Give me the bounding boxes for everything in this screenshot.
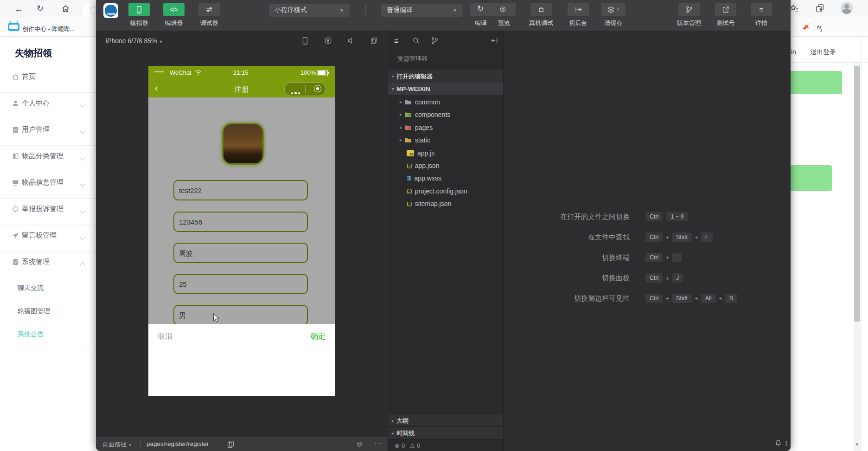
- sidebar-item-report-mgmt[interactable]: 举报投诉管理: [0, 199, 96, 225]
- to-background-button[interactable]: [568, 3, 589, 16]
- sidebar-subitem-chat[interactable]: 聊天交流: [18, 284, 44, 292]
- editor-toggle-button[interactable]: </>: [163, 3, 185, 16]
- compile-mode-select[interactable]: 普通编译 ▼: [381, 4, 463, 17]
- notebook-icon: [12, 152, 19, 160]
- git-icon[interactable]: [431, 37, 438, 45]
- tree-item-app-js[interactable]: JS app.js: [388, 147, 504, 159]
- page-scrollbar-thumb[interactable]: [854, 66, 860, 322]
- plus-separator: +: [665, 275, 669, 282]
- wifi-icon: [195, 70, 202, 75]
- key-cap: Alt: [701, 294, 716, 303]
- sidebar-item-message-board[interactable]: 留言板管理: [0, 225, 96, 251]
- bird-bookmark-icon[interactable]: [801, 22, 810, 31]
- notifications-button[interactable]: 1: [775, 439, 788, 447]
- timeline-section[interactable]: ▸ 时间线: [388, 426, 504, 439]
- details-label[interactable]: 详情: [749, 19, 773, 27]
- triangle-right-icon: ▸: [400, 125, 404, 130]
- files-list-icon[interactable]: ≡: [394, 37, 398, 45]
- scrollbar-down-arrow-icon[interactable]: ▼: [855, 442, 859, 447]
- bookmark-bilibili[interactable]: 创作中心 - 哔哩哔...: [22, 25, 75, 33]
- remote-debug-button[interactable]: [530, 3, 552, 16]
- page-path-value: pages/register/register: [147, 440, 209, 447]
- search-icon[interactable]: [412, 37, 420, 45]
- bookmark-bird[interactable]: 鸟: [816, 25, 823, 33]
- sidebar-item-system-mgmt[interactable]: 系统管理: [0, 251, 96, 277]
- page-green-button-partial[interactable]: [791, 71, 842, 94]
- copy-path-icon[interactable]: [227, 440, 234, 448]
- picker-cancel-button[interactable]: 取消: [158, 332, 172, 341]
- test-account-label[interactable]: 测试号: [714, 19, 738, 27]
- capsule-exit-icon[interactable]: [314, 85, 321, 92]
- sidebar-item-item-info-mgmt[interactable]: 物品信息管理: [0, 172, 96, 198]
- record-icon[interactable]: [324, 37, 332, 45]
- warning-count: 0: [417, 442, 420, 449]
- browser-back-icon[interactable]: ←: [14, 5, 23, 13]
- version-control-label[interactable]: 版本管理: [676, 19, 702, 27]
- folder-icon: [404, 99, 412, 105]
- sidebar-subitem-announcement-active[interactable]: 系统公告: [18, 330, 44, 339]
- footer-divider: [140, 440, 141, 448]
- to-background-label[interactable]: 切后台: [566, 19, 590, 27]
- footer-eye-icon[interactable]: ◎: [357, 440, 362, 447]
- logout-link[interactable]: 退出登录: [810, 48, 836, 57]
- outline-section[interactable]: ▸ 大纲: [388, 414, 504, 427]
- shortcut-row: 在打开的文件之间切换 Ctrl 1 ~ 9: [513, 210, 782, 223]
- sidebar-subitem-carousel[interactable]: 轮播图管理: [18, 307, 50, 316]
- mode-select[interactable]: 小程序模式 ▼: [269, 4, 350, 17]
- triangle-right-icon: ▸: [400, 137, 404, 142]
- key-cap: F: [701, 232, 713, 242]
- tree-item-common[interactable]: ▸ common: [388, 96, 504, 108]
- debugger-toggle-label[interactable]: 调试器: [197, 19, 221, 27]
- sidebar-item-user-mgmt[interactable]: 用户管理: [0, 119, 96, 145]
- rotate-device-icon[interactable]: [301, 37, 309, 45]
- simulator-toggle-label[interactable]: 模拟器: [127, 19, 151, 27]
- plus-separator: +: [665, 254, 669, 261]
- simulator-toggle-button[interactable]: [128, 3, 150, 16]
- user-icon: [12, 99, 19, 107]
- tree-item-components[interactable]: ▸ components: [388, 108, 504, 121]
- clear-cache-label[interactable]: 清缓存: [601, 19, 625, 27]
- version-control-button[interactable]: [678, 3, 700, 16]
- preview-eye-icon[interactable]: ◎: [500, 5, 506, 13]
- compile-label[interactable]: 编译: [469, 19, 493, 27]
- details-button[interactable]: ≡: [751, 3, 772, 16]
- debugger-toggle-button[interactable]: [198, 3, 220, 16]
- tree-item-pages[interactable]: ▸ pages: [388, 121, 504, 134]
- external-link-icon: [722, 6, 729, 13]
- open-editors-section[interactable]: ▾ 打开的编辑器: [388, 70, 504, 83]
- tree-item-project-config[interactable]: {..} project.config.json: [388, 185, 504, 197]
- tree-item-app-json[interactable]: {..} app.json: [388, 159, 504, 172]
- tree-item-sitemap[interactable]: {..} sitemap.json: [388, 197, 504, 210]
- sidebar-item-category-mgmt[interactable]: 物品分类管理: [0, 146, 96, 172]
- sound-icon[interactable]: [347, 37, 355, 44]
- browser-refresh-icon[interactable]: ↻: [37, 4, 44, 13]
- battery-icon: [317, 70, 328, 76]
- project-root-row[interactable]: ▾ MP-WEIXIN: [388, 83, 504, 95]
- chevron-up-icon: [80, 262, 85, 267]
- browser-home-icon[interactable]: [61, 4, 70, 13]
- remote-debug-label[interactable]: 真机调试: [529, 19, 554, 27]
- chevron-down-icon: [80, 181, 85, 187]
- collections-icon[interactable]: [815, 3, 825, 13]
- browser-profile-avatar[interactable]: [841, 2, 853, 14]
- sidebar-item-home[interactable]: 首页: [0, 66, 96, 92]
- preview-label[interactable]: 预览: [492, 19, 516, 27]
- page-path-selector[interactable]: 页面路径 ▼: [102, 440, 132, 449]
- capsule-menu[interactable]: [284, 82, 326, 96]
- clear-cache-button[interactable]: ▼: [601, 3, 625, 16]
- more-dots-icon[interactable]: [290, 88, 300, 96]
- tree-item-static[interactable]: ▸ static: [388, 134, 504, 146]
- collapse-sidebar-icon[interactable]: [491, 37, 498, 45]
- favorites-star-icon[interactable]: [790, 4, 799, 13]
- sidebar-item-personal[interactable]: 个人中心: [0, 93, 96, 119]
- compile-icon[interactable]: ↻: [477, 4, 484, 13]
- footer-more-icon[interactable]: ···: [374, 438, 383, 446]
- editor-toggle-label[interactable]: 编辑器: [162, 19, 186, 27]
- picker-confirm-button[interactable]: 确定: [311, 332, 326, 341]
- device-selector[interactable]: iPhone 6/7/8 85% ▼: [106, 37, 163, 45]
- tree-item-app-wxss[interactable]: ∃ app.wxss: [388, 172, 504, 184]
- multi-window-icon[interactable]: [370, 37, 378, 45]
- test-account-button[interactable]: [715, 3, 736, 16]
- problems-status[interactable]: ⊗ 0 ⚠ 0: [388, 439, 504, 451]
- page-green-button-partial[interactable]: [791, 165, 832, 191]
